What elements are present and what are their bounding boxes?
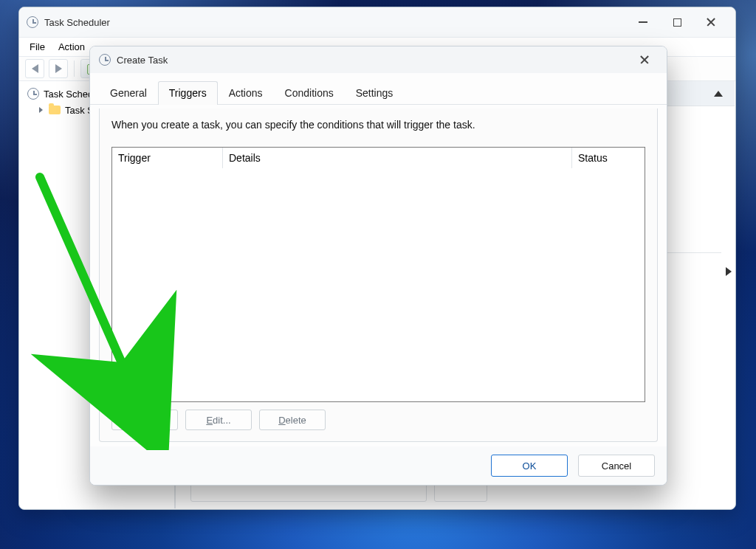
tab-settings[interactable]: Settings [345,81,405,105]
edit-trigger-button[interactable]: Edit... [185,410,252,430]
grid-header: Trigger Details Status [112,148,645,168]
minimize-button[interactable] [626,10,660,34]
main-titlebar: Task Scheduler [19,7,735,37]
arrow-right-icon [55,64,62,73]
ok-button[interactable]: OK [491,455,568,477]
dialog-close-button[interactable] [631,49,658,70]
tab-conditions[interactable]: Conditions [274,81,345,105]
grid-body-empty [112,168,645,401]
collapse-up-icon[interactable] [714,91,723,97]
close-button[interactable] [694,10,728,34]
col-trigger[interactable]: Trigger [112,148,223,168]
col-details[interactable]: Details [223,148,572,168]
maximize-button[interactable] [660,10,694,34]
delete-trigger-button[interactable]: Delete [259,410,326,430]
triggers-hint: When you create a task, you can specify … [111,119,645,131]
clock-icon [99,54,111,66]
chevron-right-icon[interactable] [726,267,732,276]
clock-icon [27,88,39,100]
tab-actions[interactable]: Actions [218,81,274,105]
menu-file[interactable]: File [30,41,45,52]
dialog-title: Create Task [117,55,168,66]
dialog-footer: OK Cancel [90,446,667,485]
arrow-left-icon [32,64,38,73]
new-trigger-button[interactable]: New... [111,410,178,430]
folder-icon [49,106,61,114]
col-status[interactable]: Status [572,148,645,168]
dialog-titlebar: Create Task [90,46,667,73]
menu-action[interactable]: Action [58,41,85,52]
nav-back-button[interactable] [25,59,44,78]
chevron-right-icon [39,107,43,113]
triggers-grid[interactable]: Trigger Details Status [111,147,645,402]
toolbar-separator [74,61,75,77]
clock-icon [27,16,38,28]
tab-triggers[interactable]: Triggers [158,81,218,105]
main-window-title: Task Scheduler [44,17,110,28]
triggers-tab-page: When you create a task, you can specify … [99,108,658,442]
tab-general[interactable]: General [99,81,158,105]
create-task-dialog: Create Task General Triggers Actions Con… [89,46,667,486]
close-icon [639,55,650,65]
dialog-tabs: General Triggers Actions Conditions Sett… [90,73,667,105]
cancel-button[interactable]: Cancel [578,455,655,477]
nav-forward-button[interactable] [49,59,68,78]
